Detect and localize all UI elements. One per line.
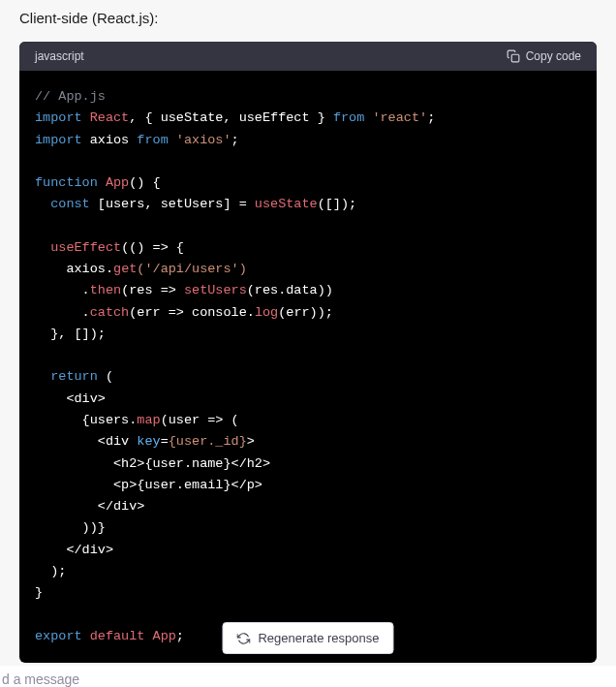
code-body: // App.js import React, { useState, useE… [19,71,597,663]
refresh-icon [236,632,250,645]
code-language-label: javascript [35,49,84,63]
copy-code-label: Copy code [526,49,581,63]
regenerate-label: Regenerate response [258,631,379,645]
code-content: // App.js import React, { useState, useE… [35,86,581,647]
message-input-partial[interactable]: d a message [0,666,616,687]
code-block: javascript Copy code // App.js import Re… [19,42,597,663]
clipboard-icon [507,49,520,63]
copy-code-button[interactable]: Copy code [507,49,581,63]
code-header: javascript Copy code [19,42,597,71]
regenerate-response-button[interactable]: Regenerate response [222,622,393,654]
section-title: Client-side (React.js): [19,10,597,26]
svg-rect-0 [511,54,519,62]
